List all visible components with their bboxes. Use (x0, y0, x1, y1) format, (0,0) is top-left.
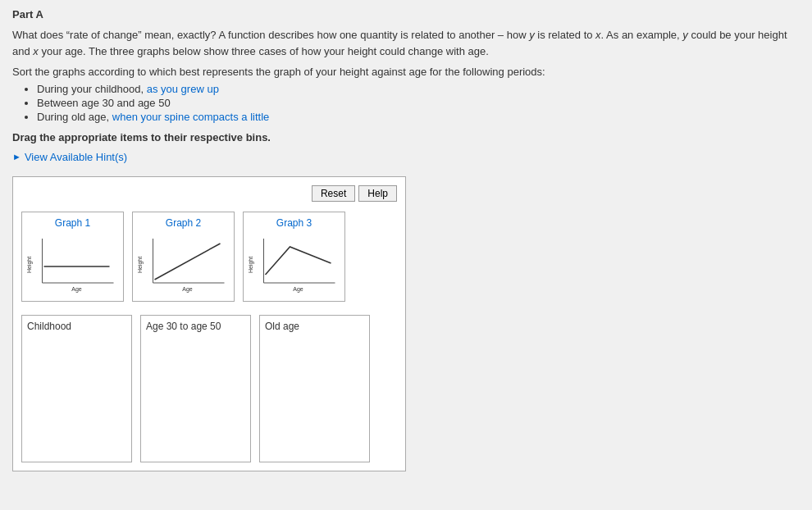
bins-row: Childhood Age 30 to age 50 Old age (21, 315, 397, 462)
svg-text:Age: Age (71, 286, 82, 293)
hint-arrow-icon: ► (12, 152, 21, 162)
sort-instruction: Sort the graphs according to which best … (12, 66, 800, 78)
graph2-title: Graph 2 (138, 217, 229, 229)
svg-text:Age: Age (182, 286, 193, 293)
help-button[interactable]: Help (358, 185, 397, 202)
graph-card-3[interactable]: Graph 3 Height Age (243, 212, 345, 302)
svg-text:Height: Height (249, 256, 254, 272)
bullet-item-1: During your childhood, as you grew up (37, 83, 800, 95)
bullet-list: During your childhood, as you grew up Be… (37, 83, 800, 123)
bin-age30to50-label: Age 30 to age 50 (146, 321, 245, 332)
svg-text:Height: Height (27, 256, 33, 272)
graph-card-1[interactable]: Graph 1 Height Age (21, 212, 124, 302)
hint-link-label: View Available Hint(s) (25, 151, 127, 163)
graph2-area: Height Age (138, 232, 229, 298)
part-label: Part A (12, 8, 800, 20)
svg-text:Age: Age (293, 286, 303, 293)
graph3-area: Height Age (249, 232, 340, 298)
graph1-area: Height Age (27, 232, 118, 298)
bin-childhood-label: Childhood (27, 321, 126, 332)
graphs-row: Graph 1 Height Age Graph 2 (21, 212, 397, 302)
bin-age30to50[interactable]: Age 30 to age 50 (140, 315, 251, 462)
svg-text:Height: Height (138, 256, 144, 272)
reset-button[interactable]: Reset (312, 185, 355, 202)
description-text: What does “rate of change” mean, exactly… (12, 27, 800, 59)
toolbar: Reset Help (21, 185, 397, 202)
svg-line-9 (155, 244, 221, 280)
bin-childhood[interactable]: Childhood (21, 315, 132, 462)
activity-box: Reset Help Graph 1 Height Age (12, 176, 406, 471)
bin-oldage-label: Old age (265, 321, 364, 332)
bullet-item-2: Between age 30 and age 50 (37, 97, 800, 109)
bullet-item-3: During old age, when your spine compacts… (37, 111, 800, 123)
hint-link[interactable]: ► View Available Hint(s) (12, 151, 127, 163)
drag-instruction: Drag the appropriate items to their resp… (12, 131, 800, 143)
bin-oldage[interactable]: Old age (259, 315, 370, 462)
graph1-title: Graph 1 (27, 217, 118, 229)
graph3-title: Graph 3 (249, 217, 340, 229)
graph-card-2[interactable]: Graph 2 Height Age (132, 212, 235, 302)
